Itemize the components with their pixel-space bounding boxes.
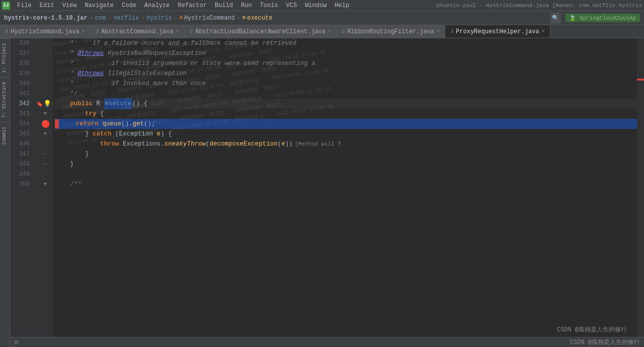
comment-350: /** [55, 179, 82, 189]
breadcrumb-class[interactable]: HystrixCommand [184, 15, 235, 22]
menu-tools[interactable]: Tools [256, 0, 282, 11]
menu-vcs[interactable]: VCS [282, 0, 301, 11]
breadcrumb-class-icon: H [180, 15, 183, 21]
code-area: 336 337 338 339 340 341 342 343 344 345 … [10, 38, 644, 347]
fold-icon-348[interactable]: — [44, 162, 46, 167]
breadcrumb-method[interactable]: execute [247, 15, 272, 22]
keyword-try: try [55, 109, 97, 119]
warning-icon: 💡 [43, 100, 51, 108]
param-e: e [157, 129, 161, 139]
menu-window[interactable]: Window [301, 0, 331, 11]
spring-cloud-button[interactable]: 🍃 SpringCloudZuulAp [565, 14, 640, 22]
fold-icon-345[interactable]: ▼ [44, 131, 46, 136]
code-line-341: */ [55, 89, 637, 99]
tab-java-icon: J [342, 29, 345, 34]
punct-345c: ) [160, 129, 165, 139]
breadcrumb-pkg3[interactable]: hystrix [146, 15, 172, 22]
menu-help[interactable]: Help [331, 0, 353, 11]
left-panels: 1: Project 7: Structure Commit [0, 38, 10, 347]
menu-run[interactable]: Run [237, 0, 256, 11]
type-R: R [97, 99, 101, 109]
gutter-336 [38, 38, 53, 48]
menu-file[interactable]: File [13, 0, 36, 11]
punct-348: } [55, 159, 74, 169]
code-line-350: /** [55, 179, 637, 189]
breadcrumb-sep1: › [90, 15, 93, 22]
gutter-339 [38, 68, 53, 79]
type-exception: Exception [119, 129, 153, 139]
keyword-throw: throw [55, 139, 119, 149]
code-line-336: * if a failure occurs and a fallback can… [55, 38, 637, 48]
line-num-343: 343 [10, 109, 34, 119]
tab-proxyrequesthelper[interactable]: J ProxyRequestHelper.java × [445, 25, 550, 38]
punct-346c: ( [278, 139, 282, 149]
code-line-340: * if invoked more than once [55, 79, 637, 89]
gutter-348: — [38, 159, 53, 169]
gutter-340 [38, 79, 53, 89]
punct-343: { [100, 109, 104, 119]
line-num-345: 345 [10, 129, 34, 139]
breakpoint-icon[interactable]: 🔴 [41, 120, 50, 128]
right-gutter [637, 38, 644, 337]
gutter-346 [38, 139, 53, 149]
code-lines[interactable]: 98092896 请误仿 98092896 请误仿 98092896 请误仿 9… [53, 38, 637, 337]
side-tab-commit[interactable]: Commit [0, 122, 10, 149]
fold-icon[interactable]: ▼ [44, 111, 46, 116]
line-num-342: 342 [10, 99, 34, 109]
fold-icon-350[interactable]: ▼ [44, 182, 46, 187]
menu-refactor[interactable]: Refactor [174, 0, 211, 11]
tab-ribbonrouting[interactable]: J RibbonRoutingFilter.java × [337, 25, 445, 38]
breadcrumb-method-icon: m [243, 15, 246, 21]
tab-abstractcommand[interactable]: J AbstractCommand.java × [91, 25, 185, 38]
line-num-337: 337 [10, 48, 34, 58]
param-e2: e [281, 139, 285, 149]
side-tab-project[interactable]: 1: Project [0, 38, 10, 77]
menu-build[interactable]: Build [211, 0, 237, 11]
comment-338: * if invalid arguments or state were use… [55, 58, 315, 68]
breadcrumb-actions: 🔍 🍃 SpringCloudZuulAp [550, 13, 640, 24]
line-num-349: 349 [10, 169, 34, 179]
line-num-336: 336 [10, 38, 34, 48]
comment-341: */ [55, 89, 77, 99]
menu-view[interactable]: View [58, 0, 81, 11]
gutter-344: 🔴 [38, 119, 53, 129]
breadcrumb-pkg2[interactable]: netflix [114, 15, 139, 22]
punct-347: } [55, 149, 89, 159]
tab-close-button[interactable]: × [542, 29, 545, 34]
breakpoint-marker [55, 119, 59, 128]
type-exceptions: Exceptions [123, 139, 160, 149]
gutter-338 [38, 58, 53, 68]
fold-icon-347[interactable]: — [44, 152, 46, 157]
breadcrumb-pkg1[interactable]: com [95, 15, 106, 22]
tab-java-icon: J [190, 29, 193, 34]
side-tab-structure[interactable]: 7: Structure [0, 77, 10, 122]
line-num-346: 346 [10, 139, 34, 149]
menu-navigate[interactable]: Navigate [80, 0, 118, 11]
code-line-343: try { [55, 109, 637, 119]
menu-edit[interactable]: Edit [36, 0, 58, 11]
menu-code[interactable]: Code [118, 0, 140, 11]
gutter-345: ▼ [38, 129, 53, 139]
line-num-350: 350 [10, 179, 34, 189]
code-line-347: } [55, 149, 637, 159]
tab-abstractloadbalancer[interactable]: J AbstractLoadBalancerAwareClient.java × [185, 25, 337, 38]
line-num-348: 348 [10, 159, 34, 169]
main-layout: 1: Project 7: Structure Commit 336 337 3… [0, 38, 644, 347]
tab-close-button[interactable]: × [176, 29, 179, 34]
punct-342: () { [132, 99, 147, 109]
tab-close-button[interactable]: × [82, 29, 85, 34]
menu-analyze[interactable]: Analyze [140, 0, 174, 11]
punct-346d: )) [285, 139, 293, 149]
tab-close-button[interactable]: × [437, 29, 440, 34]
method-get: get [133, 119, 144, 129]
keyword-public: public [55, 99, 93, 109]
breadcrumb-jar[interactable]: hystrix-core-1.5.10.jar [4, 15, 88, 22]
tab-hystrixcommand[interactable]: J HystrixCommand.java × [0, 25, 91, 38]
csdn-watermark: CSDN @孤独是人生的修行 [557, 325, 627, 335]
hint-method-will: [Method will f [295, 139, 341, 149]
tab-label: AbstractCommand.java [101, 28, 174, 35]
search-everywhere-button[interactable]: 🔍 [550, 13, 561, 24]
line-num-344: 344 [10, 119, 34, 129]
tab-close-button[interactable]: × [328, 29, 331, 34]
tab-label: HystrixCommand.java [11, 28, 79, 35]
